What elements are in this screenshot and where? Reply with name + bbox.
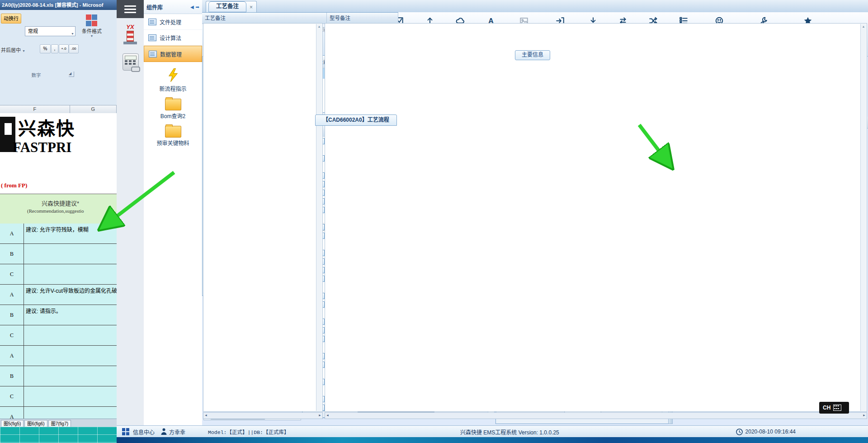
model-remark-textarea[interactable]: ▲ [325, 23, 867, 412]
status-time: 2020-08-10 09:16:44 [745, 429, 796, 435]
main-info-tab[interactable]: 主要信息 [515, 50, 550, 60]
process-remark-column-header: 工艺备注 [202, 13, 327, 24]
user-icon [161, 428, 167, 435]
fastprint-logo-cn: 兴森快 [18, 114, 75, 140]
advice-table: A建议: 允许字符残缺，模糊BCA建议: 允许V-cut导致板边的金属化孔破B建… [0, 224, 117, 419]
advice-row[interactable]: A建议: 允许V-cut导致板边的金属化孔破 [0, 285, 117, 305]
advice-row-text: 建议: 允许字符残缺，模糊 [24, 224, 117, 243]
component-tool-list: 新流程指示Bom查询2预审关键物料 [144, 68, 202, 147]
ribbon-group-label: 数字 [0, 71, 72, 78]
advice-row-label: C [0, 386, 24, 406]
info-center-link[interactable]: 信息中心 [133, 428, 155, 436]
advice-row-text [24, 325, 117, 345]
advice-row[interactable]: A [0, 346, 117, 366]
advice-row[interactable]: C [0, 386, 117, 407]
model-db-label: Model:【正式】||DB:【正式库】 [208, 428, 289, 435]
advice-row-label: A [0, 346, 24, 366]
wrap-text-button[interactable]: 动换行 [1, 14, 21, 24]
process-remark-textarea[interactable]: ▲ [203, 23, 323, 412]
sheet-tab-bar: 图5(fig5)图6(fig6)图7(fig7) [0, 419, 117, 427]
sheet-tab[interactable]: 图5(fig5) [1, 420, 24, 427]
advice-row[interactable]: C [0, 325, 117, 346]
conditional-format-button[interactable]: 条件格式 ▼ [79, 14, 105, 52]
keyboard-icon [833, 405, 841, 411]
collapse-left-icon[interactable]: ◀ [190, 5, 194, 10]
component-item-list: 文件处理设计算法数据管理 [144, 14, 202, 62]
conditional-format-icon [86, 14, 98, 26]
number-format-select[interactable]: 常规 ▼ [25, 26, 75, 36]
advice-row[interactable]: C [0, 264, 117, 285]
tool-label: 新流程指示 [144, 85, 202, 92]
advice-row-label: C [0, 264, 24, 284]
sidebar-item-设计算法[interactable]: 设计算法 [144, 30, 202, 46]
chevron-down-icon: ▼ [71, 29, 74, 38]
main-work-area: 新流程指示 × 型号查询(F)▼OFF编写流程(R)OFF启动修改(E)取消(Z… [202, 0, 868, 425]
advice-row-text [24, 346, 117, 366]
increase-decimal-button[interactable]: +.0 [59, 44, 69, 53]
advice-row[interactable]: A [0, 407, 117, 419]
advice-row-text [24, 366, 117, 386]
percent-style-button[interactable]: % [40, 44, 51, 53]
component-library-panel: 组件库 ◀ ➡ 文件处理设计算法数据管理 新流程指示Bom查询2预审关键物料 [144, 0, 203, 425]
advice-row-label: A [0, 407, 24, 419]
advice-row-text [24, 407, 117, 419]
bottom-window-strip [117, 437, 868, 443]
advice-row-label: A [0, 285, 24, 305]
hamburger-menu-icon[interactable] [117, 0, 144, 18]
tool-label: 预审关键物料 [144, 139, 202, 147]
comma-style-button[interactable]: , [51, 44, 58, 53]
advice-row[interactable]: B建议: 请指示。 [0, 305, 117, 325]
sidebar-item-label: 文件处理 [160, 18, 181, 26]
decrease-decimal-button[interactable]: .00 [69, 44, 79, 53]
dialog-launcher-icon[interactable]: ◢ [69, 71, 74, 77]
app-version-label: 兴森快捷 EMS工程系统 Version: 1.0.0.25 [460, 428, 559, 436]
excel-sheet-content: 兴森快 FASTPRI ( from FP) 兴森快捷建议* (Recommen… [0, 113, 117, 419]
tool-新流程指示[interactable]: 新流程指示 [144, 68, 202, 92]
list-panel-icon [149, 51, 157, 57]
close-tab-icon[interactable]: × [250, 4, 253, 10]
suggestion-banner: 兴森快捷建议* (Recommendation,suggestio [0, 194, 117, 224]
remark-horizontal-scrollbar[interactable]: ◄► [203, 412, 323, 419]
list-panel-icon [148, 19, 156, 25]
folder-icon [165, 99, 181, 110]
ime-indicator[interactable]: CH [819, 402, 849, 414]
mini-scrollbar[interactable]: ▲ [316, 24, 322, 411]
merge-center-button[interactable]: 并后居中 ▼ [1, 46, 25, 53]
sidebar-item-label: 设计算法 [160, 34, 181, 42]
advice-row-text [24, 244, 117, 264]
sheet-tab[interactable]: 图6(fig6) [24, 420, 47, 427]
advice-row[interactable]: B [0, 366, 117, 386]
app-side-strip: YX [117, 0, 144, 425]
sidebar-item-文件处理[interactable]: 文件处理 [144, 14, 202, 30]
tool-Bom查询2[interactable]: Bom查询2 [144, 99, 202, 119]
screen: 2A0(ljy)2020-08-14.xls [兼容模式] - Microsof… [0, 0, 868, 443]
tool-预审关键物料[interactable]: 预审关键物料 [144, 126, 202, 147]
pin-panel-icon[interactable]: ➡ [196, 5, 199, 10]
number-format-value: 常规 [28, 29, 38, 34]
document-tab-bar: 新流程指示 × [202, 0, 868, 13]
sheet-tab[interactable]: 图7(fig7) [48, 420, 71, 427]
excel-ribbon: 动换行 常规 ▼ 并后居中 ▼ % , +.0 .00 条件格式 ▼ 数字 ◢ [0, 10, 117, 105]
advice-row-label: B [0, 244, 24, 264]
advice-row-label: B [0, 305, 24, 325]
grid-icon[interactable] [122, 428, 129, 435]
sidebar-item-数据管理[interactable]: 数据管理 [144, 46, 202, 62]
advice-row[interactable]: A建议: 允许字符残缺，模糊 [0, 224, 117, 244]
excel-column-headers: FG [0, 105, 117, 114]
advice-row-text [24, 386, 117, 406]
advice-row-label: C [0, 325, 24, 345]
calculator-icon[interactable] [123, 53, 139, 71]
column-header-G[interactable]: G [70, 105, 117, 114]
sidebar-item-label: 数据管理 [160, 50, 182, 58]
mini-scrollbar[interactable]: ▲ [860, 24, 866, 411]
component-panel-title: 组件库 [146, 3, 189, 11]
advice-row-label: B [0, 366, 24, 386]
advice-row[interactable]: B [0, 244, 117, 264]
remark-horizontal-scrollbar[interactable]: ◄► [325, 412, 867, 419]
advice-row-text: 建议: 允许V-cut导致板边的金属化孔破 [24, 285, 117, 305]
yx-brand-icon[interactable]: YX [120, 24, 140, 47]
process-remarks-tab[interactable]: 工艺备注 [208, 1, 246, 12]
clock-icon [736, 429, 743, 435]
column-header-F[interactable]: F [0, 105, 70, 114]
excel-window: 2A0(ljy)2020-08-14.xls [兼容模式] - Microsof… [0, 0, 118, 443]
